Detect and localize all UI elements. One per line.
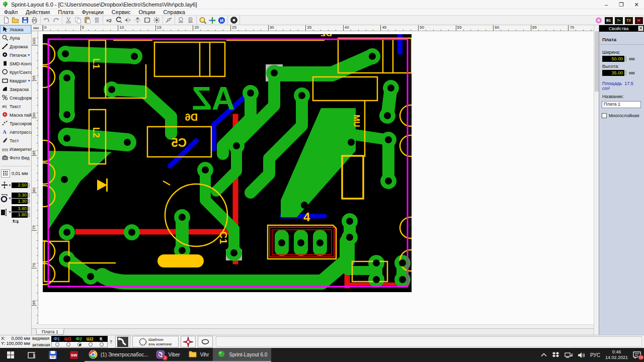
smd-width-slider[interactable]: [28, 207, 30, 211]
tool-photo[interactable]: Фото Вид: [0, 153, 31, 162]
tool-dropdown-arrow[interactable]: ▼: [27, 53, 31, 57]
layer-radio-Ф2[interactable]: [74, 342, 85, 347]
layer-help-button[interactable]: ?: [108, 339, 114, 344]
chipdark-icon[interactable]: В1: [604, 17, 613, 24]
layer-chip-Ф2[interactable]: Ф2: [73, 336, 85, 342]
network-icon[interactable]: [565, 352, 573, 358]
task-view-button[interactable]: [21, 348, 42, 362]
pad-outer-value[interactable]: 3.30: [12, 193, 28, 198]
menu-item-3[interactable]: Плата: [54, 9, 77, 16]
tool-fillw[interactable]: Закраска: [0, 85, 31, 94]
multilayer-checkbox[interactable]: Многослойная: [599, 109, 644, 122]
freeform-zone-button[interactable]: [198, 336, 213, 347]
board-tab[interactable]: Плата 1: [36, 329, 64, 335]
explode-icon[interactable]: [152, 16, 162, 25]
pad-inner-slider[interactable]: [28, 199, 30, 204]
flipv-icon[interactable]: [133, 16, 142, 25]
pad-inner-value[interactable]: 1.30: [12, 199, 28, 204]
tool-smd[interactable]: SMD-Контакт: [0, 59, 31, 68]
gear-icon[interactable]: [229, 16, 238, 25]
open-icon[interactable]: [11, 16, 20, 25]
close-button[interactable]: ✕: [629, 0, 644, 9]
smd-height-slider[interactable]: [28, 213, 30, 217]
menu-item-7[interactable]: Справка: [159, 9, 189, 16]
speaker-icon[interactable]: [578, 352, 585, 358]
center-marker-button[interactable]: [181, 336, 196, 347]
tool-mask[interactable]: Маска пайки: [0, 111, 31, 119]
delete-icon[interactable]: [92, 16, 102, 25]
multilayer-checkbox-box[interactable]: [602, 113, 607, 118]
pcb-canvas-area[interactable]: AZ: [38, 31, 594, 324]
menu-item-2[interactable]: Действия: [22, 9, 54, 16]
track-mode-button[interactable]: [115, 336, 130, 347]
fliph-icon[interactable]: [123, 16, 133, 25]
taskbar-app-chrome[interactable]: (1) Электрослабос...: [85, 348, 152, 362]
tool-loupe[interactable]: Лупа: [0, 34, 31, 42]
x2-icon[interactable]: ×2: [104, 16, 114, 25]
paste-icon[interactable]: [83, 16, 92, 25]
language-indicator[interactable]: РУС: [590, 352, 600, 358]
node-icon[interactable]: [164, 16, 174, 25]
stamp1-icon[interactable]: [176, 16, 186, 25]
board-width-value[interactable]: 50.00: [602, 56, 624, 62]
taskbar-app-sprint[interactable]: Sprint-Layout 6.0: [213, 348, 271, 362]
tray-expand-icon[interactable]: [541, 353, 547, 357]
chiptv-icon[interactable]: ТУ: [624, 17, 633, 24]
rotate-icon[interactable]: [114, 16, 123, 25]
zoom-icon[interactable]: [198, 16, 207, 25]
taskbar-app-viber[interactable]: 2Viber: [152, 348, 184, 362]
origin-icon[interactable]: [207, 16, 217, 25]
track-width-slider[interactable]: [28, 183, 30, 188]
smd-width-value[interactable]: 3.80: [12, 206, 28, 212]
tool-auto[interactable]: AАвтотрасса: [0, 128, 31, 136]
undo-icon[interactable]: [42, 16, 51, 25]
grid-setting-button[interactable]: 0,01 мм: [1, 166, 30, 177]
component-template-button[interactable]: Шаблонень компоне: [132, 336, 179, 347]
tool-dropdown-arrow[interactable]: ▼: [27, 79, 31, 82]
save-icon[interactable]: [20, 16, 30, 25]
taskbar-app-swapp[interactable]: SW: [63, 348, 85, 362]
menu-item-1[interactable]: Файл: [0, 9, 22, 16]
footprint-icon[interactable]: [142, 16, 152, 25]
layer-radio-Ш2[interactable]: [85, 342, 96, 347]
board-width-slider[interactable]: [625, 56, 627, 61]
chiph-icon[interactable]: Н: [634, 17, 643, 24]
redo-icon[interactable]: [51, 16, 61, 25]
board-height-value[interactable]: 35.00: [602, 70, 624, 76]
layer-chip-Ф1[interactable]: Ф1: [51, 336, 62, 342]
board-height-slider[interactable]: [625, 70, 627, 75]
tool-special[interactable]: Спецформы: [0, 94, 31, 102]
smd-size-control[interactable]: ▼ 3.80 1.80: [1, 206, 31, 218]
restore-button[interactable]: ❐: [614, 0, 629, 9]
tool-test[interactable]: Тест: [0, 136, 31, 145]
vertical-scrollbar[interactable]: [594, 25, 599, 336]
layer-chip-К[interactable]: К: [96, 336, 107, 342]
chipgreen-icon[interactable]: ?▪: [614, 17, 623, 24]
clock[interactable]: 0:46 14.02.2021: [605, 349, 628, 360]
swap-values-button[interactable]: [0, 219, 31, 224]
vertical-scrollbar-thumb[interactable]: [595, 31, 599, 92]
smd-size-dropdown[interactable]: ▼: [8, 210, 12, 214]
pad-outer-slider[interactable]: [28, 193, 30, 198]
menu-item-4[interactable]: Функции: [77, 9, 107, 16]
layer-radio-Ф1[interactable]: [52, 342, 63, 347]
track-width-value[interactable]: 2.50: [12, 183, 28, 188]
tool-cursor[interactable]: Указка: [0, 25, 31, 34]
info-icon[interactable]: И: [217, 16, 226, 25]
tool-measure[interactable]: Измеритель: [0, 145, 31, 153]
menu-item-5[interactable]: Сервис: [108, 9, 135, 16]
stamp2-icon[interactable]: [186, 16, 195, 25]
menu-item-6[interactable]: Опции: [135, 9, 159, 16]
track-width-dropdown[interactable]: ▼: [8, 184, 12, 187]
print-icon[interactable]: [30, 16, 39, 25]
track-width-control[interactable]: ▼ 2.50: [1, 179, 31, 191]
notification-center-icon[interactable]: 10: [633, 351, 641, 358]
pad-size-control[interactable]: ▼ 3.30 1.30: [1, 193, 31, 204]
tool-track[interactable]: Дорожка: [0, 42, 31, 51]
start-button[interactable]: [0, 348, 21, 362]
pcb-board[interactable]: AZ: [43, 34, 412, 292]
new-icon[interactable]: [1, 16, 11, 25]
tool-textt[interactable]: ab|Текст: [0, 102, 31, 111]
horizontal-scrollbar[interactable]: [38, 324, 594, 328]
tool-pad[interactable]: Пятачок▼: [0, 51, 31, 59]
